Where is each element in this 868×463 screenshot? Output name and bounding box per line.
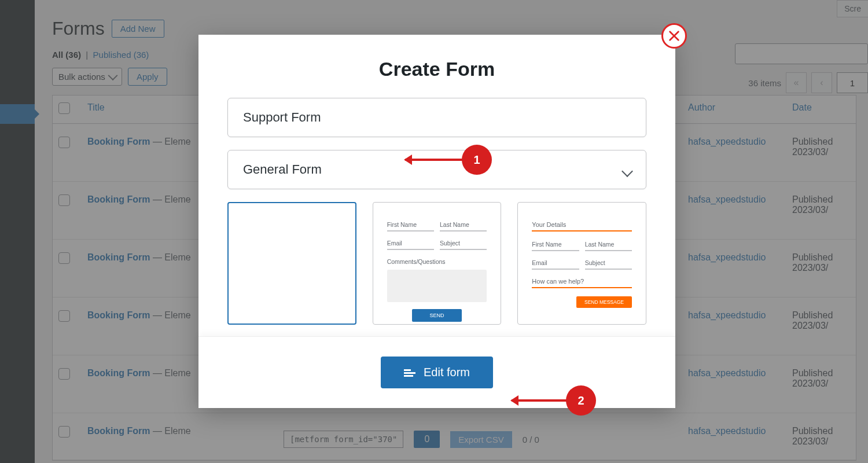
form-name-input[interactable] [227,98,646,137]
elementor-icon [404,368,415,377]
create-form-modal: Create Form General Form First Name Last… [198,35,675,408]
modal-title: Create Form [198,35,675,98]
template-contact[interactable]: First Name Last Name Email Subject Comme… [373,202,502,325]
modal-close-button[interactable] [661,23,687,49]
edit-form-button[interactable]: Edit form [381,357,493,388]
template-gallery: First Name Last Name Email Subject Comme… [227,202,646,325]
close-icon [668,30,681,42]
modal-footer: Edit form [198,336,675,408]
template-contact-orange[interactable]: Your Details First Name Last Name Email … [517,202,646,325]
template-blank[interactable] [227,202,356,325]
template-send-button: SEND MESSAGE [576,296,632,308]
form-type-select[interactable]: General Form [227,150,646,189]
template-send-button: SEND [412,309,461,322]
